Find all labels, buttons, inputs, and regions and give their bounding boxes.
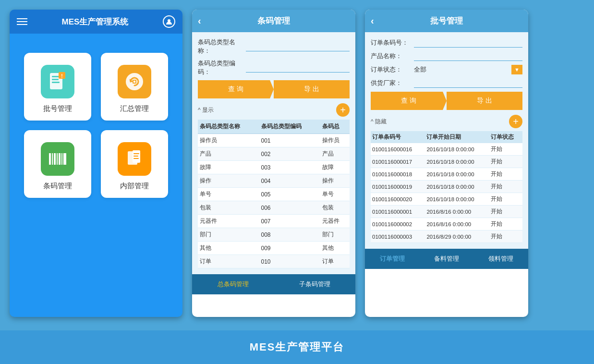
table-row[interactable]: 01001160000012016/8/16 0:00:00开始 xyxy=(371,206,522,218)
svg-rect-15 xyxy=(61,153,62,165)
user-icon[interactable] xyxy=(163,15,175,28)
table-row[interactable]: 元器件007元器件 xyxy=(198,215,350,228)
svg-rect-14 xyxy=(59,153,61,165)
table-cell: 订单 xyxy=(320,255,350,268)
table-cell: 其他 xyxy=(320,242,350,255)
bottom-banner: MES生产管理平台 xyxy=(0,330,594,364)
supplier-label: 供货厂家： xyxy=(371,79,414,87)
table-cell: 操作 xyxy=(198,174,259,188)
phone3-data-table: 订单条码号 订单开始日期 订单状态 01001160000162016/10/1… xyxy=(371,131,522,243)
phone2-add-button[interactable]: + xyxy=(336,103,350,117)
table-cell: 2016/8/16 0:00:00 xyxy=(425,218,489,231)
phone3-footer: 订单管理 备料管理 领料管理 xyxy=(365,249,528,269)
barcode-label: 条码管理 xyxy=(43,182,72,191)
table-row[interactable]: 产品002产品 xyxy=(198,147,350,161)
phone3-body: 订单条码号： 产品名称： 订单状态： 全部 ▼ 供货厂家： 查 询 导 出 xyxy=(365,32,528,249)
svg-rect-20 xyxy=(133,156,138,157)
barcode-type-code-input[interactable] xyxy=(246,63,350,73)
footer3-tab-pickup[interactable]: 领料管理 xyxy=(474,253,528,265)
chevron-down-icon[interactable]: ▼ xyxy=(511,65,522,74)
svg-rect-3 xyxy=(52,79,59,80)
menu-card-internal[interactable]: 内部管理 xyxy=(101,130,168,198)
table-cell: 操作 xyxy=(320,174,350,188)
phone3-button-row: 查 询 导 出 xyxy=(371,92,522,110)
hamburger-menu-icon[interactable] xyxy=(17,18,27,25)
phone1-header: MES生产管理系统 xyxy=(10,10,182,34)
phone3-query-button[interactable]: 查 询 xyxy=(371,92,447,110)
table-row[interactable]: 包装006包装 xyxy=(198,201,350,215)
phone2-title: 条码管理 xyxy=(257,15,290,26)
footer3-tab-order[interactable]: 订单管理 xyxy=(365,253,419,265)
phone3-export-button[interactable]: 导 出 xyxy=(447,92,522,110)
table-row[interactable]: 01001160000172016/10/18 0:00:00开始 xyxy=(371,156,522,168)
footer-tab-main-barcode[interactable]: 总条码管理 xyxy=(192,278,274,291)
table-row[interactable]: 其他009其他 xyxy=(198,242,350,255)
summary-icon xyxy=(118,65,151,98)
table-cell: 开始 xyxy=(489,218,522,231)
table-cell: 包装 xyxy=(198,201,259,215)
table-row[interactable]: 单号005单号 xyxy=(198,188,350,201)
table-cell: 开始 xyxy=(489,143,522,156)
table-cell: 产品 xyxy=(320,147,350,161)
phone1-main-menu: MES生产管理系统 ! xyxy=(10,10,182,317)
table-cell: 包装 xyxy=(320,201,350,215)
order-status-select[interactable]: 全部 ▼ xyxy=(414,65,522,74)
table-header-name: 条码总类型名称 xyxy=(198,120,259,134)
phone3-section-toggle[interactable]: ^ 隐藏 xyxy=(371,118,387,126)
phone2-query-button[interactable]: 查 询 xyxy=(198,80,274,98)
table-cell: 2016/10/18 0:00:00 xyxy=(425,181,489,193)
table-row[interactable]: 01001160000022016/8/16 0:00:00开始 xyxy=(371,218,522,231)
table-cell: 单号 xyxy=(198,188,259,201)
svg-rect-11 xyxy=(52,153,53,165)
menu-card-batch[interactable]: ! 批号管理 xyxy=(24,53,91,121)
table-row[interactable]: 故障003故障 xyxy=(198,161,350,174)
phone2-footer: 总条码管理 子条码管理 xyxy=(192,274,355,294)
phone3-back-button[interactable]: ‹ xyxy=(371,15,374,26)
table-cell: 006 xyxy=(259,201,321,215)
barcode-type-name-input[interactable] xyxy=(246,42,350,51)
table-cell: 004 xyxy=(259,174,321,188)
table-row[interactable]: 01001160000162016/10/18 0:00:00开始 xyxy=(371,143,522,156)
phone2-section-toggle[interactable]: ^ 显示 xyxy=(198,106,214,114)
table-row[interactable]: 01001160000182016/10/18 0:00:00开始 xyxy=(371,168,522,181)
table-cell: 2016/10/18 0:00:00 xyxy=(425,156,489,168)
supplier-input[interactable] xyxy=(414,78,522,88)
footer-tab-sub-barcode[interactable]: 子条码管理 xyxy=(274,278,355,291)
table-cell: 元器件 xyxy=(320,215,350,228)
barcode-icon xyxy=(41,142,74,176)
footer3-tab-materials[interactable]: 备料管理 xyxy=(419,253,473,265)
table-row[interactable]: 部门008部门 xyxy=(198,228,350,242)
table-cell: 2016/8/16 0:00:00 xyxy=(425,206,489,218)
order-status-row: 订单状态： 全部 ▼ xyxy=(371,65,522,74)
svg-rect-10 xyxy=(49,153,51,165)
phone3-batch-mgmt: ‹ 批号管理 订单条码号： 产品名称： 订单状态： 全部 ▼ 供货厂家： xyxy=(365,10,528,317)
summary-label: 汇总管理 xyxy=(120,104,149,113)
batch-icon: ! xyxy=(41,65,74,98)
phone2-export-button[interactable]: 导 出 xyxy=(274,80,350,98)
product-name-input[interactable] xyxy=(414,51,522,61)
phone3-add-button[interactable]: + xyxy=(509,115,522,128)
table-row[interactable]: 01001160000192016/10/18 0:00:00开始 xyxy=(371,181,522,193)
table-cell: 010 xyxy=(259,255,321,268)
phone2-back-button[interactable]: ‹ xyxy=(198,15,201,26)
table-cell: 部门 xyxy=(198,228,259,242)
table-cell: 0100116000017 xyxy=(371,156,425,168)
menu-card-barcode[interactable]: 条码管理 xyxy=(24,130,91,198)
phone2-button-row: 查 询 导 出 xyxy=(198,80,350,98)
table-row[interactable]: 01001160000032016/8/29 0:00:00开始 xyxy=(371,231,522,243)
table-row[interactable]: 操作004操作 xyxy=(198,174,350,188)
menu-card-summary[interactable]: 汇总管理 xyxy=(101,53,168,121)
table-cell: 开始 xyxy=(489,181,522,193)
table-cell: 开始 xyxy=(489,193,522,206)
svg-rect-21 xyxy=(133,158,139,159)
table-cell: 开始 xyxy=(489,156,522,168)
p3-header-barcode: 订单条码号 xyxy=(371,131,425,143)
order-barcode-input[interactable] xyxy=(414,38,522,48)
table-row[interactable]: 订单010订单 xyxy=(198,255,350,268)
table-row[interactable]: 01001160000202016/10/18 0:00:00开始 xyxy=(371,193,522,206)
barcode-type-name-row: 条码总类型名称： xyxy=(198,38,350,55)
table-row[interactable]: 操作员001操作员 xyxy=(198,134,350,147)
phone2-body: 条码总类型名称： 条码总类型编码： 查 询 导 出 ^ 显示 + 条码总类型名称 xyxy=(192,32,355,274)
order-barcode-label: 订单条码号： xyxy=(371,38,414,47)
table-cell: 故障 xyxy=(198,161,259,174)
